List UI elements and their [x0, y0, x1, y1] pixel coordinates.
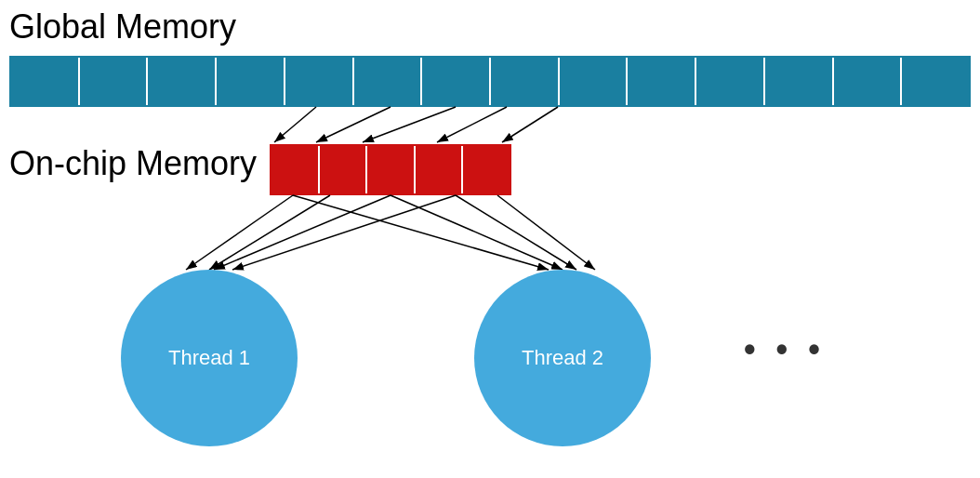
- global-memory-cell: [696, 58, 765, 105]
- onchip-memory-cell: [367, 146, 416, 193]
- global-memory-label: Global Memory: [9, 7, 236, 46]
- global-memory-cell: [765, 58, 834, 105]
- global-memory-cell: [217, 58, 285, 105]
- svg-line-2: [316, 107, 391, 142]
- svg-line-5: [502, 107, 558, 142]
- global-memory-cell: [902, 58, 969, 105]
- svg-line-10: [391, 195, 563, 270]
- svg-line-7: [209, 195, 330, 270]
- onchip-memory-cell: [416, 146, 464, 193]
- onchip-memory-cell: [463, 146, 510, 193]
- global-memory-cell: [285, 58, 354, 105]
- more-threads-dots: • • •: [744, 330, 826, 369]
- global-memory-cell: [80, 58, 149, 105]
- global-memory-cell: [148, 58, 217, 105]
- thread1-circle: Thread 1: [121, 270, 298, 446]
- svg-line-1: [274, 107, 316, 142]
- svg-line-4: [437, 107, 507, 142]
- onchip-memory-bar: [270, 144, 511, 195]
- global-memory-cell: [560, 58, 629, 105]
- onchip-memory-label: On-chip Memory: [9, 144, 257, 183]
- global-memory-cell: [834, 58, 903, 105]
- thread1-label: Thread 1: [168, 346, 250, 370]
- onchip-memory-cell: [271, 146, 320, 193]
- global-memory-cell: [422, 58, 491, 105]
- global-memory-cell: [491, 58, 560, 105]
- global-memory-cell: [628, 58, 696, 105]
- svg-line-3: [363, 107, 456, 142]
- svg-line-12: [232, 195, 456, 270]
- onchip-memory-cell: [320, 146, 368, 193]
- global-memory-bar: [9, 56, 971, 107]
- svg-line-9: [214, 195, 391, 270]
- global-memory-cell: [354, 58, 423, 105]
- svg-line-11: [456, 195, 576, 270]
- thread2-label: Thread 2: [522, 346, 603, 370]
- global-memory-cell: [11, 58, 80, 105]
- svg-line-8: [293, 195, 549, 270]
- svg-line-6: [186, 195, 293, 270]
- svg-line-13: [497, 195, 595, 270]
- thread2-circle: Thread 2: [474, 270, 651, 446]
